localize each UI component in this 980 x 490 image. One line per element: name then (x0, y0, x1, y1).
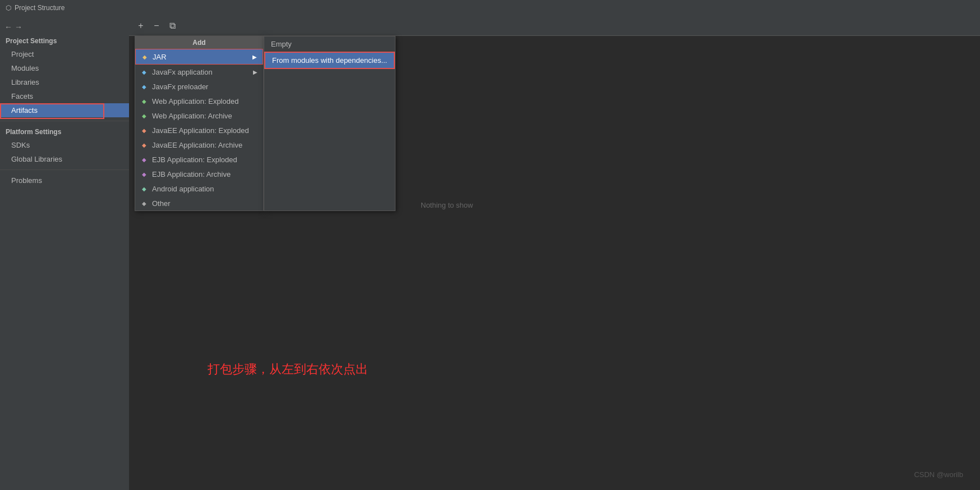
jar-menu-item-container: ◆ JAR ▶ (135, 49, 263, 65)
submenu-item-from-modules[interactable]: From modules with dependencies... (264, 52, 395, 69)
submenu-item-empty[interactable]: Empty (264, 36, 395, 52)
sidebar: ← → Project Settings Project Modules Lib… (0, 16, 129, 490)
title-bar-title: Project Structure (15, 4, 65, 12)
menu-item-web-archive[interactable]: ◆ Web Application: Archive (135, 108, 263, 123)
javaee-exploded-icon: ◆ (140, 126, 149, 135)
sidebar-item-problems[interactable]: Problems (0, 173, 129, 187)
menu-item-javaee-archive[interactable]: ◆ JavaEE Application: Archive (135, 138, 263, 152)
toolbar: + − ⧉ (129, 16, 980, 36)
javafx-app-icon: ◆ (140, 67, 149, 76)
menu-container: Add ◆ JAR ▶ ◆ JavaFx application ▶ ◆ (135, 36, 395, 211)
sidebar-divider (0, 121, 129, 121)
add-menu: Add ◆ JAR ▶ ◆ JavaFx application ▶ ◆ (135, 36, 264, 211)
menu-item-javafx-app[interactable]: ◆ JavaFx application ▶ (135, 65, 263, 79)
sidebar-item-artifacts-container: Artifacts (0, 103, 129, 117)
javafx-preloader-icon: ◆ (140, 82, 149, 91)
ejb-archive-icon: ◆ (140, 170, 149, 178)
main-layout: ← → Project Settings Project Modules Lib… (0, 16, 980, 490)
web-exploded-icon: ◆ (140, 97, 149, 106)
menu-item-javafx-preloader[interactable]: ◆ JavaFx preloader (135, 79, 263, 94)
sidebar-item-artifacts[interactable]: Artifacts (0, 103, 129, 117)
menu-item-jar[interactable]: ◆ JAR ▶ (135, 49, 263, 65)
sidebar-item-project[interactable]: Project (0, 47, 129, 61)
jar-icon: ◆ (140, 52, 149, 61)
menu-item-web-exploded[interactable]: ◆ Web Application: Exploded (135, 94, 263, 108)
menu-item-android[interactable]: ◆ Android application (135, 181, 263, 196)
jar-submenu: Empty From modules with dependencies... (264, 36, 395, 211)
web-archive-icon: ◆ (140, 111, 149, 120)
sidebar-item-sdks[interactable]: SDKs (0, 138, 129, 152)
nav-arrows: ← → (0, 20, 129, 34)
watermark: CSDN @worilb (914, 470, 963, 479)
project-settings-label: Project Settings (0, 34, 129, 47)
sidebar-item-facets[interactable]: Facets (0, 89, 129, 103)
javaee-archive-icon: ◆ (140, 140, 149, 149)
android-icon: ◆ (140, 184, 149, 193)
sidebar-item-modules[interactable]: Modules (0, 61, 129, 75)
sidebar-item-libraries[interactable]: Libraries (0, 75, 129, 89)
forward-arrow[interactable]: → (15, 22, 22, 31)
remove-button[interactable]: − (150, 20, 163, 32)
javafx-app-arrow: ▶ (253, 69, 257, 75)
title-bar: ⬡ Project Structure (0, 0, 980, 16)
jar-submenu-arrow: ▶ (252, 54, 257, 60)
add-menu-header: Add (135, 36, 263, 49)
menu-item-ejb-exploded[interactable]: ◆ EJB Application: Exploded (135, 152, 263, 167)
platform-settings-label: Platform Settings (0, 125, 129, 138)
annotation-text: 打包步骤，从左到右依次点出 (208, 361, 368, 378)
menu-item-ejb-archive[interactable]: ◆ EJB Application: Archive (135, 167, 263, 181)
nothing-to-show-text: Nothing to show (421, 201, 473, 209)
title-bar-icon: ⬡ (6, 4, 11, 12)
ejb-exploded-icon: ◆ (140, 155, 149, 164)
back-arrow[interactable]: ← (4, 22, 12, 31)
menu-item-javaee-exploded[interactable]: ◆ JavaEE Application: Exploded (135, 123, 263, 138)
add-button[interactable]: + (135, 20, 147, 32)
other-icon: ◆ (140, 199, 149, 208)
content-area: + − ⧉ Add ◆ JAR ▶ ◆ JavaFx applic (129, 16, 980, 490)
sidebar-divider-2 (0, 170, 129, 170)
copy-button[interactable]: ⧉ (166, 20, 178, 32)
menu-item-other[interactable]: ◆ Other (135, 196, 263, 210)
sidebar-item-global-libraries[interactable]: Global Libraries (0, 152, 129, 166)
